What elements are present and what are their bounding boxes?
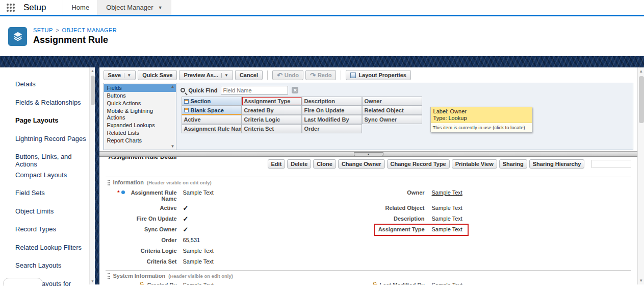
category-report-charts[interactable]: Report Charts [104, 137, 176, 145]
palette-item-sync-owner[interactable]: Sync Owner [362, 115, 422, 124]
palette-item-fire-on-update[interactable]: Fire On Update [302, 106, 362, 115]
palette-item-related-object[interactable]: Related Object [362, 106, 422, 115]
tab-home[interactable]: Home [63, 0, 98, 15]
undo-button[interactable]: ↶ Undo [272, 70, 303, 80]
palette-item-order[interactable]: Order [302, 124, 362, 133]
main-scrollbar[interactable]: ▲ ▼ [637, 67, 644, 284]
blank-space-icon [184, 108, 189, 112]
palette-item-assignment-rule-name[interactable]: Assignment Rule Name [182, 124, 242, 133]
save-dropdown-icon[interactable]: ▼ [124, 73, 131, 78]
palette-item-assignment-type[interactable]: Assignment Type [242, 97, 302, 106]
field-row-fire-on-update[interactable]: Fire On Update ✓ Description Sample Text [106, 216, 632, 226]
palette-item-criteria-logic[interactable]: Criteria Logic [242, 115, 302, 124]
clone-button[interactable]: Clone [313, 159, 336, 169]
field-row-order[interactable]: Order 65,531 [106, 237, 632, 248]
sidebar-item-field-sets[interactable]: Field Sets [0, 184, 89, 203]
last-modified-by-sample-link[interactable]: Sample Text [425, 282, 462, 284]
drag-handle-icon[interactable] [108, 273, 110, 279]
scroll-down-icon[interactable]: ▼ [638, 278, 644, 283]
category-buttons[interactable]: Buttons [104, 92, 176, 100]
printable-view-button[interactable]: Printable View [452, 159, 497, 169]
sidebar-item-buttons-links-actions[interactable]: Buttons, Links, and Actions [0, 148, 89, 166]
sidebar-item-fields-relationships[interactable]: Fields & Relationships [0, 94, 89, 112]
palette-item-criteria-set[interactable]: Criteria Set [242, 124, 302, 133]
field-row-criteria-logic[interactable]: Criteria Logic Sample Text [106, 248, 632, 258]
system-information-header[interactable]: System Information (Header visible on ed… [106, 273, 632, 279]
preview-as-button[interactable]: Preview As... ▼ [179, 70, 233, 80]
sidebar-item-details[interactable]: Details [0, 76, 89, 94]
drag-handle-icon[interactable] [108, 180, 110, 185]
sidebar-item-page-layouts[interactable]: Page Layouts [0, 112, 89, 130]
edit-button[interactable]: Edit [268, 159, 286, 169]
app-title: Setup [21, 0, 63, 15]
palette-items-grid: Section Assignment Type Description Owne… [182, 97, 633, 133]
palette-item-section[interactable]: Section [182, 97, 242, 106]
field-label: Description [297, 216, 425, 222]
quick-save-button[interactable]: Quick Save [138, 70, 177, 80]
layout-properties-button[interactable]: Layout Properties [346, 70, 411, 80]
clear-search-icon[interactable]: ✕ [292, 87, 298, 93]
sidebar-item-record-types[interactable]: Record Types [0, 221, 89, 239]
checkmark-icon: ✓ [177, 205, 297, 212]
scroll-down-icon[interactable]: ▼ [90, 279, 95, 283]
delete-button[interactable]: Delete [287, 159, 311, 169]
section-title: Information [113, 179, 144, 185]
category-related-lists[interactable]: Related Lists [104, 129, 176, 137]
palette-splitter[interactable]: ▲ [99, 151, 638, 157]
tab-object-manager[interactable]: Object Manager ▼ [97, 0, 171, 15]
lock-icon [140, 284, 144, 284]
palette-item-created-by[interactable]: Created By [242, 106, 302, 115]
scroll-up-icon[interactable]: ▲ [90, 69, 95, 73]
breadcrumb-setup-link[interactable]: SETUP [33, 27, 53, 33]
category-expanded-lookups[interactable]: Expanded Lookups [104, 122, 176, 129]
sidebar-item-compact-layouts[interactable]: Compact Layouts [0, 166, 89, 185]
information-section-header[interactable]: Information (Header visible on edit only… [106, 179, 632, 185]
tab-object-manager-label: Object Manager [106, 4, 153, 11]
palette-item-description[interactable]: Description [302, 97, 362, 106]
waffle-grid-icon [7, 4, 15, 12]
sidebar-item-search-layouts[interactable]: Search Layouts [0, 257, 89, 275]
sidebar-item-related-lookup-filters[interactable]: Related Lookup Filters [0, 239, 89, 257]
cancel-button[interactable]: Cancel [235, 70, 263, 80]
sidebar-item-object-limits[interactable]: Object Limits [0, 203, 89, 221]
scrollbar-thumb[interactable] [91, 76, 95, 105]
quick-find-input[interactable] [221, 86, 288, 94]
field-row-criteria-set[interactable]: Criteria Set Sample Text [106, 258, 632, 269]
field-label: Created By [106, 282, 177, 284]
palette-item-last-modified-by[interactable]: Last Modified By [302, 115, 362, 124]
field-row-created-by[interactable]: Created By Sample Text Last Modified By … [106, 282, 632, 284]
breadcrumb: SETUP > OBJECT MANAGER [33, 27, 117, 33]
preview-as-dropdown-icon[interactable]: ▼ [221, 73, 228, 78]
category-scroll-up-icon[interactable]: ▲ [171, 84, 175, 89]
field-label: Sync Owner [106, 226, 177, 232]
sidebar-item-lightning-record-pages[interactable]: Lightning Record Pages [0, 130, 89, 149]
category-fields[interactable]: Fields [104, 84, 176, 92]
category-quick-actions[interactable]: Quick Actions [104, 100, 176, 107]
category-mobile-lightning-actions[interactable]: Mobile & Lightning Actions [104, 107, 176, 122]
redo-button[interactable]: ↷ Redo [305, 70, 336, 80]
owner-sample-link[interactable]: Sample Text [425, 189, 462, 196]
scroll-up-icon[interactable]: ▲ [638, 69, 644, 74]
field-label: Related Object [297, 205, 425, 211]
scrollbar-thumb[interactable] [639, 76, 644, 123]
palette-item-active[interactable]: Active [182, 115, 242, 124]
save-button[interactable]: Save ▼ [104, 70, 136, 80]
field-row-assignment-rule-name[interactable]: * Assignment Rule Name Sample Text Owner… [106, 189, 632, 205]
lock-icon [373, 284, 377, 284]
palette-item-blank-space[interactable]: Blank Space [182, 106, 242, 115]
palette-item-owner[interactable]: Owner [362, 97, 422, 106]
sharing-button[interactable]: Sharing [499, 159, 527, 169]
change-record-type-button[interactable]: Change Record Type [387, 159, 450, 169]
app-launcher-icon[interactable] [0, 0, 21, 15]
section-subtitle: (Header visible on edit only) [147, 180, 212, 185]
tooltip-note: This item is currently in use (click to … [431, 123, 532, 132]
change-owner-button[interactable]: Change Owner [338, 159, 385, 169]
category-scroll-down-icon[interactable]: ▼ [171, 144, 175, 149]
field-row-sync-owner[interactable]: Sync Owner ✓ Assignment Type Sample Text [106, 226, 632, 237]
splitter-handle[interactable]: ▲ [354, 152, 383, 156]
created-by-sample-link[interactable]: Sample Text [177, 282, 297, 284]
field-row-active[interactable]: Active ✓ Related Object Sample Text [106, 205, 632, 216]
sidebar-scrollbar[interactable]: ▲ ▼ [89, 67, 95, 284]
breadcrumb-object-manager-link[interactable]: OBJECT MANAGER [62, 27, 117, 33]
sharing-hierarchy-button[interactable]: Sharing Hierarchy [529, 159, 585, 169]
